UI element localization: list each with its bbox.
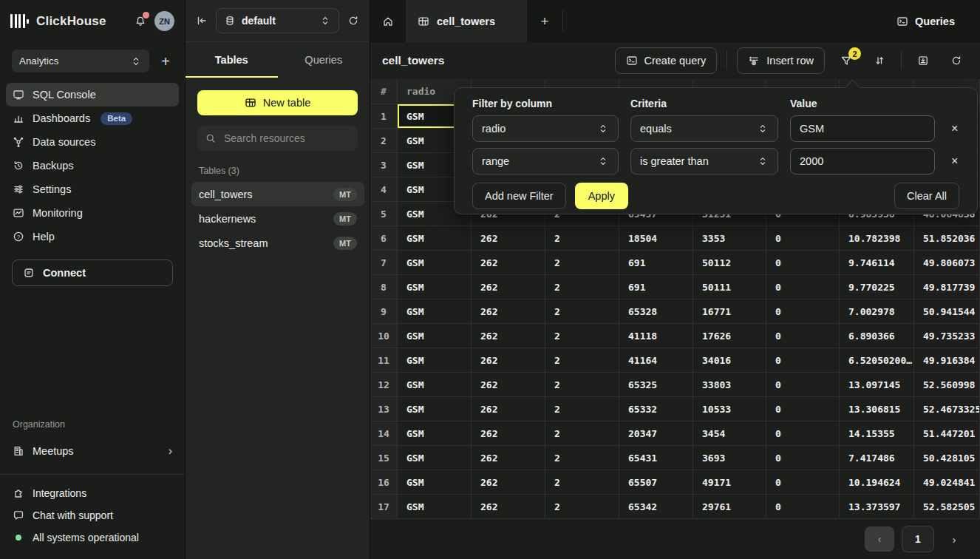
home-tab-button[interactable] xyxy=(370,0,406,42)
workspace-selector[interactable]: Analytics xyxy=(12,50,149,72)
data-cell[interactable]: 262 xyxy=(472,226,545,251)
sidebar-item-sql-console[interactable]: SQL Console xyxy=(6,83,179,106)
sidebar-item-backups[interactable]: Backups xyxy=(6,154,179,177)
data-cell[interactable]: 34016 xyxy=(693,348,766,373)
data-cell[interactable]: 49171 xyxy=(693,470,766,495)
data-cell[interactable]: 6.52050200… xyxy=(840,348,914,373)
data-cell[interactable]: GSM xyxy=(398,251,472,275)
filter-button[interactable]: 2 xyxy=(834,48,858,73)
data-cell[interactable]: 2 xyxy=(545,495,619,519)
user-avatar[interactable]: ZN xyxy=(154,11,174,31)
data-cell[interactable]: 262 xyxy=(472,373,545,397)
data-cell[interactable]: 7.002978 xyxy=(840,299,914,324)
data-cell[interactable]: 9.770225 xyxy=(840,275,914,299)
data-cell[interactable]: 41164 xyxy=(619,348,693,373)
data-cell[interactable]: 16771 xyxy=(693,299,766,324)
add-new-filter-button[interactable]: Add new Filter xyxy=(472,183,566,209)
clear-all-filters-button[interactable]: Clear All xyxy=(894,183,959,209)
row-number-cell[interactable]: 11 xyxy=(370,348,398,373)
row-number-cell[interactable]: 13 xyxy=(370,397,398,421)
filter-value-input[interactable] xyxy=(790,115,935,142)
tab-tables[interactable]: Tables xyxy=(186,42,278,78)
row-number-cell[interactable]: 2 xyxy=(370,129,398,153)
pagination-prev-button[interactable]: ‹ xyxy=(865,526,894,552)
data-cell[interactable]: 65328 xyxy=(619,299,693,324)
system-status-link[interactable]: All systems operational xyxy=(0,526,185,549)
row-number-cell[interactable]: 8 xyxy=(370,275,398,299)
chat-support-link[interactable]: Chat with support xyxy=(0,504,185,526)
data-cell[interactable]: 51.852036 xyxy=(914,226,980,251)
data-cell[interactable]: 65325 xyxy=(619,373,693,397)
data-cell[interactable]: GSM xyxy=(398,421,472,446)
data-cell[interactable]: 262 xyxy=(472,275,545,299)
data-cell[interactable]: GSM xyxy=(398,348,472,373)
tab-cell-towers[interactable]: cell_towers xyxy=(406,0,527,42)
data-cell[interactable]: 2 xyxy=(545,251,619,275)
data-cell[interactable]: 2 xyxy=(545,275,619,299)
data-cell[interactable]: 65342 xyxy=(619,495,693,519)
data-cell[interactable]: 2 xyxy=(545,324,619,348)
data-cell[interactable]: 14.15355 xyxy=(840,421,914,446)
search-resources-input[interactable] xyxy=(222,132,350,145)
filter-column-select[interactable]: range xyxy=(472,148,619,175)
data-cell[interactable]: 0 xyxy=(766,226,840,251)
data-cell[interactable]: GSM xyxy=(398,495,472,519)
insert-row-button[interactable]: Insert row xyxy=(737,47,825,74)
sidebar-item-help[interactable]: ? Help xyxy=(6,225,179,248)
data-cell[interactable]: 49.806073 xyxy=(914,251,980,275)
row-number-cell[interactable]: 6 xyxy=(370,226,398,251)
data-cell[interactable]: 2 xyxy=(545,421,619,446)
row-number-cell[interactable]: 3 xyxy=(370,153,398,177)
data-cell[interactable]: 29761 xyxy=(693,495,766,519)
row-number-cell[interactable]: 5 xyxy=(370,202,398,226)
data-cell[interactable]: GSM xyxy=(398,446,472,470)
filter-value-input[interactable] xyxy=(790,148,935,175)
data-cell[interactable]: 49.817739 xyxy=(914,275,980,299)
filter-criteria-select[interactable]: is greater than xyxy=(630,148,778,175)
data-cell[interactable]: GSM xyxy=(398,470,472,495)
new-tab-button[interactable]: + xyxy=(527,0,562,42)
data-cell[interactable]: 10.194624 xyxy=(840,470,914,495)
data-cell[interactable]: 2 xyxy=(545,299,619,324)
row-number-cell[interactable]: 9 xyxy=(370,299,398,324)
data-cell[interactable]: 50111 xyxy=(693,275,766,299)
sidebar-item-meetups[interactable]: Meetups › xyxy=(0,438,185,464)
data-cell[interactable]: 13.097145 xyxy=(840,373,914,397)
data-cell[interactable]: 0 xyxy=(766,421,840,446)
tab-queries[interactable]: Queries xyxy=(278,42,370,78)
row-number-cell[interactable]: 7 xyxy=(370,251,398,275)
data-cell[interactable]: 2 xyxy=(545,397,619,421)
data-cell[interactable]: 3693 xyxy=(693,446,766,470)
data-cell[interactable]: 262 xyxy=(472,251,545,275)
data-cell[interactable]: 262 xyxy=(472,299,545,324)
data-cell[interactable]: 262 xyxy=(472,495,545,519)
data-cell[interactable]: 7.417486 xyxy=(840,446,914,470)
filter-criteria-select[interactable]: equals xyxy=(630,115,778,142)
data-cell[interactable]: 0 xyxy=(766,446,840,470)
remove-filter-button[interactable]: × xyxy=(947,153,962,169)
data-cell[interactable]: 50112 xyxy=(693,251,766,275)
data-cell[interactable]: 2 xyxy=(545,446,619,470)
row-number-cell[interactable]: 1 xyxy=(370,104,398,129)
data-cell[interactable]: 50.941544 xyxy=(914,299,980,324)
data-cell[interactable]: 3353 xyxy=(693,226,766,251)
data-cell[interactable]: 2 xyxy=(545,226,619,251)
pagination-next-button[interactable]: › xyxy=(942,526,967,552)
row-number-cell[interactable]: 16 xyxy=(370,470,398,495)
data-cell[interactable]: 0 xyxy=(766,373,840,397)
integrations-link[interactable]: Integrations xyxy=(0,482,185,504)
data-cell[interactable]: 6.890366 xyxy=(840,324,914,348)
remove-filter-button[interactable]: × xyxy=(947,121,962,137)
data-cell[interactable]: 65507 xyxy=(619,470,693,495)
refresh-data-button[interactable] xyxy=(945,48,968,73)
add-service-button[interactable]: + xyxy=(158,54,173,69)
table-list-item-hackernews[interactable]: hackernews MT xyxy=(191,206,364,231)
data-cell[interactable]: 49.735233 xyxy=(914,324,980,348)
row-number-header[interactable]: # xyxy=(370,79,398,104)
data-cell[interactable]: 13.306815 xyxy=(840,397,914,421)
data-cell[interactable]: 0 xyxy=(766,299,840,324)
sidebar-item-monitoring[interactable]: Monitoring xyxy=(6,201,179,225)
data-cell[interactable]: 2 xyxy=(545,373,619,397)
sidebar-item-data-sources[interactable]: Data sources xyxy=(6,130,179,154)
data-cell[interactable]: 2 xyxy=(545,348,619,373)
